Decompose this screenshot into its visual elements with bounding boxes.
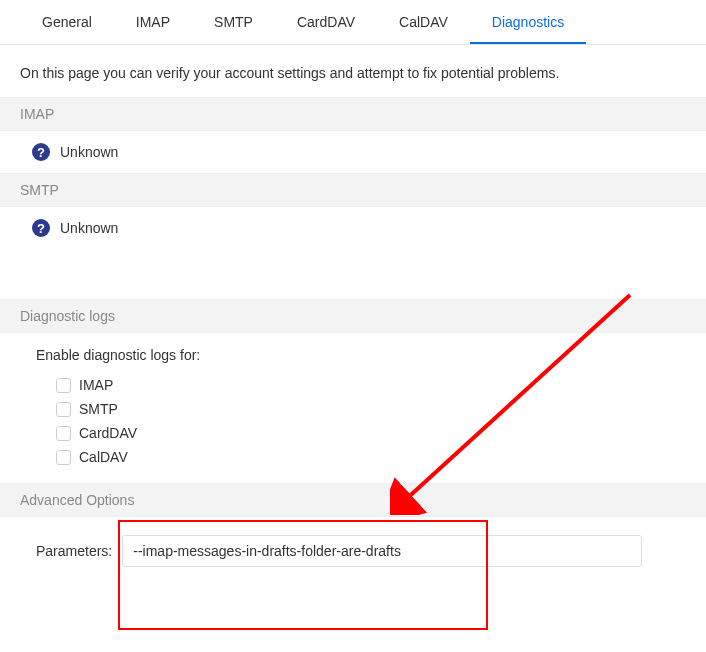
intro-text: On this page you can verify your account… [0, 45, 706, 97]
imap-status-row: ? Unknown [0, 131, 706, 173]
section-header-imap: IMAP [0, 97, 706, 131]
svg-text:?: ? [37, 145, 45, 160]
section-header-logs: Diagnostic logs [0, 299, 706, 333]
tab-carddav[interactable]: CardDAV [275, 0, 377, 44]
section-header-advanced: Advanced Options [0, 483, 706, 517]
enable-logs-label: Enable diagnostic logs for: [0, 333, 706, 373]
checkbox-carddav[interactable] [56, 426, 71, 441]
tab-diagnostics[interactable]: Diagnostics [470, 0, 586, 44]
diagnostics-panel: On this page you can verify your account… [0, 45, 706, 587]
svg-text:?: ? [37, 221, 45, 236]
tab-smtp[interactable]: SMTP [192, 0, 275, 44]
checkbox-label-smtp: SMTP [79, 401, 118, 417]
question-icon: ? [32, 143, 50, 161]
checkbox-label-imap: IMAP [79, 377, 113, 393]
checkbox-smtp[interactable] [56, 402, 71, 417]
smtp-status-text: Unknown [60, 220, 118, 236]
checkbox-imap[interactable] [56, 378, 71, 393]
log-option-smtp-row: SMTP [0, 397, 706, 421]
checkbox-caldav[interactable] [56, 450, 71, 465]
checkbox-label-carddav: CardDAV [79, 425, 137, 441]
log-option-imap-row: IMAP [0, 373, 706, 397]
parameters-label: Parameters: [36, 543, 112, 559]
parameters-input[interactable] [122, 535, 642, 567]
imap-status-text: Unknown [60, 144, 118, 160]
tab-general[interactable]: General [20, 0, 114, 44]
question-icon: ? [32, 219, 50, 237]
section-header-smtp: SMTP [0, 173, 706, 207]
tab-caldav[interactable]: CalDAV [377, 0, 470, 44]
checkbox-label-caldav: CalDAV [79, 449, 128, 465]
parameters-row: Parameters: [0, 517, 706, 567]
log-option-carddav-row: CardDAV [0, 421, 706, 445]
tabs-nav: General IMAP SMTP CardDAV CalDAV Diagnos… [0, 0, 706, 45]
tab-imap[interactable]: IMAP [114, 0, 192, 44]
smtp-status-row: ? Unknown [0, 207, 706, 249]
log-option-caldav-row: CalDAV [0, 445, 706, 469]
